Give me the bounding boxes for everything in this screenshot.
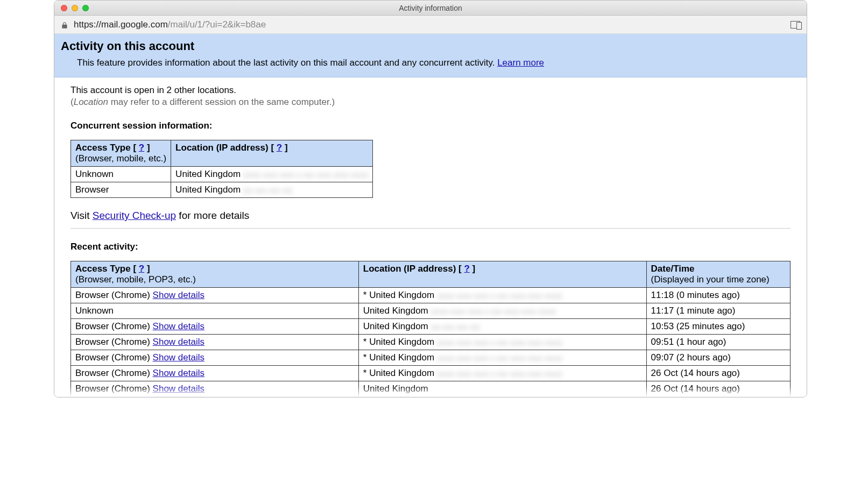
redacted-ip: (xxxx xxxx xxxx x xxx xxxx xxxx xxxx) [430,307,556,316]
col-location: Location (IP address) [ ? ] [171,140,373,167]
open-sessions-note: This account is open in 2 other location… [70,85,791,96]
redacted-ip: (xxxx xxxx xxxx x xxx xxxx xxxx xxxx) [437,338,562,347]
table-row: Browser (Chrome) Show details* United Ki… [71,335,791,350]
location-cell: United Kingdom (xxxx xxxx xxxx x xxx xxx… [171,167,373,182]
redacted-ip: (xxxx xxxx xxxx x xxx xxxx xxxx xxxx) [437,370,562,378]
show-details-link[interactable]: Show details [153,321,204,331]
window-titlebar: Activity information [54,1,807,16]
header-banner: Activity on this account This feature pr… [54,34,807,77]
datetime-cell: 11:17 (1 minute ago) [646,303,790,319]
redacted-ip: (xxxx xxxx xxxx x xxx xxxx xxxx xxxx) [437,292,562,300]
page-heading: Activity on this account [61,39,800,53]
show-details-link[interactable]: Show details [153,352,204,363]
redacted-ip: (xx xxx xxx xx) [243,186,292,195]
url-path: /mail/u/1/?ui=2&ik=b8ae [168,19,266,30]
datetime-cell: 10:53 (25 minutes ago) [646,319,790,335]
show-details-link[interactable]: Show details [153,368,204,378]
close-window-button[interactable] [61,5,67,11]
access-type-cell: Browser (Chrome) Show details [71,366,359,381]
table-row: UnknownUnited Kingdom (xxxx xxxx xxxx x … [71,303,791,319]
col-datetime: Date/Time (Displayed in your time zone) [646,261,790,288]
maximize-window-button[interactable] [82,5,89,11]
url-bar[interactable]: https://mail.google.com/mail/u/1/?ui=2&i… [54,16,807,34]
col-access-type: Access Type [ ? ] (Browser, mobile, etc.… [71,140,171,167]
datetime-cell: 11:18 (0 minutes ago) [646,288,790,303]
minimize-window-button[interactable] [72,5,78,11]
location-cell: * United Kingdom (xxxx xxxx xxxx x xxx x… [358,288,646,303]
show-details-link[interactable]: Show details [153,290,204,300]
access-type-cell: Unknown [71,303,359,319]
access-type-cell: Browser [71,182,171,198]
section-divider [70,228,791,229]
table-row: Browser (Chrome) Show details* United Ki… [71,366,791,381]
location-note: (Location may refer to a different sessi… [70,97,791,108]
location-cell: * United Kingdom (xxxx xxxx xxxx x xxx x… [358,350,646,366]
datetime-cell: 09:07 (2 hours ago) [646,350,790,366]
access-type-cell: Browser (Chrome) Show details [71,350,359,366]
table-row: Browser (Chrome) Show detailsUnited King… [71,319,791,335]
security-checkup-link[interactable]: Security Check-up [93,210,176,221]
col-location: Location (IP address) [ ? ] [358,261,646,288]
datetime-cell: 09:51 (1 hour ago) [646,335,790,350]
access-type-cell: Browser (Chrome) Show details [71,319,359,335]
access-type-help-link[interactable]: ? [139,264,144,274]
recent-activity-heading: Recent activity: [70,242,791,252]
redacted-ip: (xxxx xxxx xxxx x xxx xxxx xxxx xxxx) [437,354,562,363]
location-cell: United Kingdom (xx xxx xxx xx) [358,319,646,335]
access-type-cell: Unknown [71,167,171,182]
location-help-link[interactable]: ? [277,143,282,153]
url-host: https://mail.google.com [74,19,168,30]
window-title: Activity information [54,4,807,12]
table-row: UnknownUnited Kingdom (xxxx xxxx xxxx x … [71,167,373,182]
learn-more-link[interactable]: Learn more [497,58,544,68]
location-cell: United Kingdom (xxxx xxxx xxxx x xxx xxx… [358,303,646,319]
table-row: BrowserUnited Kingdom (xx xxx xxx xx) [71,182,373,198]
fade-overlay [54,386,807,397]
responsive-mode-icon[interactable] [791,21,800,29]
table-row: Browser (Chrome) Show details* United Ki… [71,288,791,303]
url-text: https://mail.google.com/mail/u/1/?ui=2&i… [74,19,266,30]
traffic-lights [54,5,89,11]
lock-icon [61,21,68,29]
browser-window: Activity information https://mail.google… [54,0,807,397]
location-cell: United Kingdom (xx xxx xxx xx) [171,182,373,198]
datetime-cell: 26 Oct (14 hours ago) [646,366,790,381]
recent-activity-table: Access Type [ ? ] (Browser, mobile, POP3… [70,261,791,397]
redacted-ip: (xx xxx xxx xx) [430,323,479,331]
access-type-help-link[interactable]: ? [139,143,144,153]
show-details-link[interactable]: Show details [153,337,204,347]
location-cell: * United Kingdom (xxxx xxxx xxxx x xxx x… [358,335,646,350]
access-type-cell: Browser (Chrome) Show details [71,288,359,303]
main-content: This account is open in 2 other location… [54,77,807,397]
location-cell: * United Kingdom (xxxx xxxx xxxx x xxx x… [358,366,646,381]
redacted-ip: (xxxx xxxx xxxx x xxx xxxx xxxx xxxx) [243,171,369,179]
security-checkup-line: Visit Security Check-up for more details [70,210,791,222]
access-type-cell: Browser (Chrome) Show details [71,335,359,350]
concurrent-sessions-table: Access Type [ ? ] (Browser, mobile, etc.… [70,140,373,198]
location-help-link[interactable]: ? [464,264,469,274]
banner-description: This feature provides information about … [61,58,800,68]
table-row: Browser (Chrome) Show details* United Ki… [71,350,791,366]
col-access-type: Access Type [ ? ] (Browser, mobile, POP3… [71,261,359,288]
concurrent-sessions-heading: Concurrent session information: [70,120,791,131]
